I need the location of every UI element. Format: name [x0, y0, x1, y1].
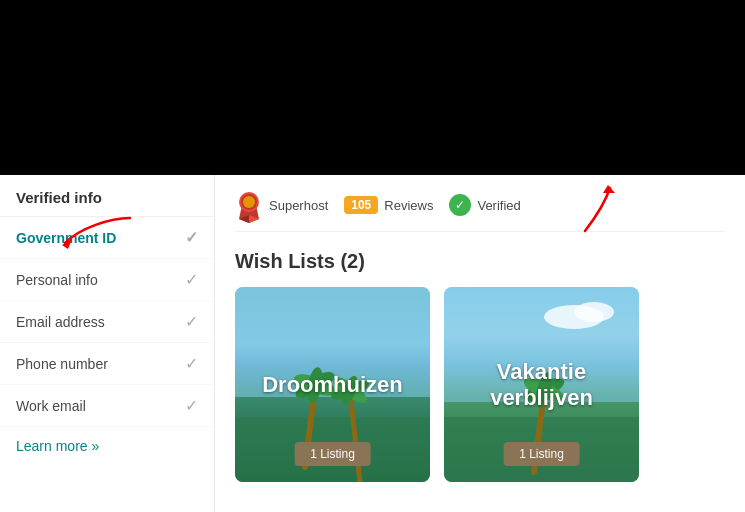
- card-title-vakantie: Vakantie verblijven: [454, 359, 630, 411]
- svg-point-6: [243, 196, 255, 208]
- card-listing-droomhuizen: 1 Listing: [294, 442, 371, 466]
- sidebar-header: Verified info: [0, 175, 214, 217]
- content-area: Superhost 105 Reviews ✓ Verified: [215, 175, 745, 512]
- medal-icon: [235, 191, 263, 219]
- badges-row: Superhost 105 Reviews ✓ Verified: [235, 191, 725, 232]
- reviews-label: Reviews: [384, 198, 433, 213]
- work-email-check: ✓: [185, 396, 198, 415]
- sidebar-item-work-email[interactable]: Work email ✓: [0, 385, 214, 427]
- sidebar: Verified info Government ID ✓ Personal i…: [0, 175, 215, 512]
- reviews-count: 105: [344, 196, 378, 214]
- phone-check: ✓: [185, 354, 198, 373]
- card-bg-droomhuizen: Droomhuizen 1 Listing: [235, 287, 430, 482]
- phone-number-label: Phone number: [16, 356, 108, 372]
- email-address-label: Email address: [16, 314, 105, 330]
- government-id-check: ✓: [185, 228, 198, 247]
- superhost-label: Superhost: [269, 198, 328, 213]
- sidebar-item-phone-number[interactable]: Phone number ✓: [0, 343, 214, 385]
- learn-more-link[interactable]: Learn more »: [0, 427, 214, 465]
- verified-label: Verified: [477, 198, 520, 213]
- sidebar-item-email-address[interactable]: Email address ✓: [0, 301, 214, 343]
- reviews-badge: 105 Reviews: [344, 196, 433, 214]
- superhost-badge: Superhost: [235, 191, 328, 219]
- work-email-label: Work email: [16, 398, 86, 414]
- black-top-area: [0, 0, 745, 175]
- sidebar-item-personal-info[interactable]: Personal info ✓: [0, 259, 214, 301]
- wish-list-card-droomhuizen[interactable]: Droomhuizen 1 Listing: [235, 287, 430, 482]
- card-listing-vakantie: 1 Listing: [503, 442, 580, 466]
- email-check: ✓: [185, 312, 198, 331]
- svg-point-21: [574, 302, 614, 322]
- card-bg-vakantie: Vakantie verblijven 1 Listing: [444, 287, 639, 482]
- main-container: Verified info Government ID ✓ Personal i…: [0, 175, 745, 512]
- wish-lists-grid: Droomhuizen 1 Listing: [235, 287, 725, 482]
- svg-marker-7: [603, 185, 615, 193]
- card-title-droomhuizen: Droomhuizen: [245, 372, 421, 398]
- verified-badge: ✓ Verified: [449, 194, 520, 216]
- verified-checkmark-icon: ✓: [449, 194, 471, 216]
- wish-list-card-vakantie[interactable]: Vakantie verblijven 1 Listing: [444, 287, 639, 482]
- wish-lists-title: Wish Lists (2): [235, 250, 725, 273]
- right-arrow-annotation: [535, 183, 625, 237]
- personal-info-check: ✓: [185, 270, 198, 289]
- left-arrow-annotation: [60, 213, 140, 257]
- personal-info-label: Personal info: [16, 272, 98, 288]
